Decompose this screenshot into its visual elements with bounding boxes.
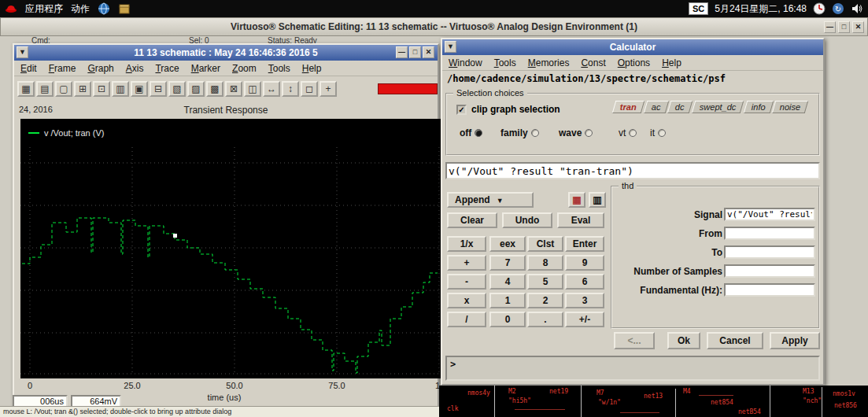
toolbar-icon-button[interactable]: ◻ (301, 81, 318, 97)
tab-swept-dc[interactable]: swept_dc (692, 101, 744, 113)
to-input[interactable] (724, 245, 815, 259)
tab-tran[interactable]: tran (612, 101, 645, 113)
input-method-indicator[interactable]: SC (689, 2, 708, 15)
menu-tools[interactable]: Tools (494, 57, 516, 68)
close-button[interactable]: ✕ (852, 21, 864, 33)
key-eex[interactable]: eex (489, 236, 526, 252)
key-0[interactable]: 0 (489, 312, 526, 327)
menu-const[interactable]: Const (581, 57, 605, 68)
trace-legend[interactable]: v /Vout; tran (V) (28, 128, 104, 138)
tab-info[interactable]: info (743, 101, 773, 113)
toolbar-icon-button[interactable]: ▥ (112, 81, 129, 97)
menu-options[interactable]: Options (618, 57, 650, 68)
menu-memories[interactable]: Memories (528, 57, 570, 68)
key-multiply[interactable]: x (447, 293, 486, 308)
key-9[interactable]: 9 (565, 255, 604, 271)
append-dropdown[interactable]: Append▼ (447, 192, 534, 208)
key-minus[interactable]: - (447, 274, 486, 290)
toolbar-icon-button[interactable]: ⊠ (225, 81, 242, 97)
menu-marker[interactable]: Marker (191, 63, 220, 74)
menu-tools[interactable]: Tools (268, 63, 290, 74)
applications-menu[interactable]: 应用程序 (25, 2, 63, 16)
radio-family[interactable]: family (500, 127, 539, 138)
toolbar-icon-button[interactable]: ↔ (263, 81, 280, 97)
toolbar-icon-button[interactable]: ⊞ (74, 81, 91, 97)
key-1x[interactable]: 1/x (447, 236, 486, 252)
radio-off[interactable]: off (460, 127, 482, 138)
wave-close-button[interactable]: ✕ (423, 46, 434, 58)
toolbar-icon-button[interactable]: ↕ (282, 81, 299, 97)
cancel-button[interactable]: Cancel (707, 332, 763, 349)
key-7[interactable]: 7 (489, 255, 526, 271)
waveform-canvas[interactable] (20, 147, 441, 375)
signal-input[interactable] (724, 208, 815, 221)
menu-frame[interactable]: Frame (49, 63, 76, 74)
clock-icon[interactable] (813, 2, 826, 15)
toolbar-icon-button[interactable]: ▨ (187, 81, 205, 97)
toolbar-icon-button[interactable]: ⊟ (150, 81, 167, 97)
tab-noise[interactable]: noise (772, 101, 809, 113)
taskbar-clock[interactable]: 5月24日星期二, 16:48 (715, 2, 807, 16)
window-menu-icon[interactable]: ▼ (17, 46, 28, 58)
back-button[interactable]: <... (614, 332, 655, 349)
toolbar-icon-button[interactable]: ▦ (17, 81, 35, 97)
toolbar-icon-button[interactable]: ▤ (36, 81, 54, 97)
menu-edit[interactable]: Edit (20, 63, 37, 74)
toolbar-icon-button[interactable]: ◫ (244, 81, 261, 97)
wave-maximize-button[interactable]: □ (409, 46, 421, 58)
toolbar-icon-button[interactable]: ⊡ (93, 81, 110, 97)
key-plus[interactable]: + (447, 255, 486, 271)
waveform-titlebar[interactable]: ▼ 11 13 schematic : May 24 16:46:36 2016… (14, 45, 438, 61)
key-6[interactable]: 6 (565, 274, 604, 290)
key-4[interactable]: 4 (489, 274, 526, 290)
maximize-button[interactable]: □ (838, 21, 850, 33)
undo-button[interactable]: Undo (502, 212, 552, 228)
clear-button[interactable]: Clear (447, 212, 497, 228)
key-5[interactable]: 5 (527, 274, 563, 290)
from-input[interactable] (724, 227, 815, 240)
key-sign[interactable]: +/- (565, 312, 604, 327)
radio-vt[interactable]: vt (619, 127, 637, 138)
radio-it[interactable]: it (650, 127, 666, 138)
toolbar-icon-button[interactable]: ▩ (206, 81, 223, 97)
updates-icon[interactable]: ↻ (832, 2, 844, 15)
menu-trace[interactable]: Trace (155, 63, 179, 74)
toolbar-icon-button[interactable]: ▣ (131, 81, 148, 97)
menu-window[interactable]: Window (449, 57, 482, 68)
toolbar-icon-button[interactable]: + (319, 81, 337, 97)
clip-graph-selection-checkbox[interactable]: ✓ clip graph selection (456, 104, 560, 115)
actions-menu[interactable]: 动作 (71, 2, 90, 16)
volume-icon[interactable] (851, 2, 863, 15)
table-view-icon[interactable]: ▦ (568, 192, 585, 208)
key-clst[interactable]: Clst (527, 236, 563, 252)
tab-dc[interactable]: dc (667, 101, 693, 113)
fundamental-hz-input[interactable] (724, 283, 815, 297)
key-point[interactable]: . (527, 312, 563, 327)
package-icon[interactable] (118, 2, 131, 15)
radio-wave[interactable]: wave (559, 127, 593, 138)
key-2[interactable]: 2 (527, 293, 563, 308)
calculator-titlebar[interactable]: ▼ Calculator (442, 39, 823, 55)
schematic-snippet[interactable]: nmos4yM2net19"hi5h"M7"w/1n"net13M4net854… (439, 386, 868, 417)
key-8[interactable]: 8 (527, 255, 563, 271)
apply-button[interactable]: Apply (770, 332, 820, 349)
toolbar-icon-button[interactable]: ▧ (168, 81, 186, 97)
message-area[interactable]: > (445, 356, 820, 381)
menu-graph[interactable]: Graph (87, 63, 113, 74)
browser-icon[interactable] (98, 2, 110, 15)
minimize-button[interactable]: — (824, 21, 836, 33)
tab-ac[interactable]: ac (643, 101, 668, 113)
key-divide[interactable]: / (447, 312, 486, 327)
expression-input[interactable] (445, 162, 820, 179)
menu-axis[interactable]: Axis (126, 63, 144, 74)
waveform-marker[interactable] (173, 234, 177, 238)
menu-help[interactable]: Help (302, 63, 322, 74)
toolbar-icon-button[interactable]: ▢ (55, 81, 72, 97)
key-1[interactable]: 1 (489, 293, 526, 308)
menu-help[interactable]: Help (662, 57, 681, 68)
menu-zoom[interactable]: Zoom (232, 63, 257, 74)
wave-minimize-button[interactable]: — (396, 46, 408, 58)
window-menu-icon[interactable]: ▼ (445, 41, 456, 53)
key-3[interactable]: 3 (565, 293, 604, 308)
eval-button[interactable]: Eval (557, 212, 604, 228)
